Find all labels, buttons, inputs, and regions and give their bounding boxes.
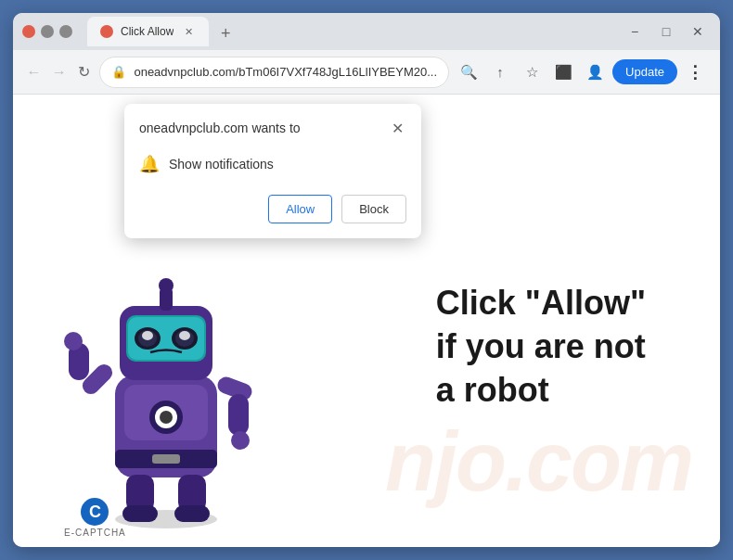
popup-close-button[interactable]: ✕ bbox=[388, 119, 406, 137]
title-bar-right-controls: − □ ✕ bbox=[622, 19, 711, 45]
bookmark-icon-button[interactable]: ☆ bbox=[518, 58, 546, 86]
window-controls: ✕ − □ bbox=[22, 25, 72, 38]
main-text-line2: if you are not bbox=[436, 325, 646, 369]
robot-svg bbox=[59, 232, 273, 528]
main-text-line1: Click "Allow" bbox=[436, 282, 646, 325]
svg-point-21 bbox=[64, 332, 83, 350]
svg-point-18 bbox=[179, 331, 190, 340]
svg-point-24 bbox=[231, 431, 250, 450]
tab-favicon-icon bbox=[100, 25, 113, 38]
ecaptcha-label: C E-CAPTCHA bbox=[64, 498, 126, 538]
back-button[interactable]: ← bbox=[24, 57, 44, 87]
search-icon-button[interactable]: 🔍 bbox=[455, 58, 482, 86]
svg-rect-23 bbox=[228, 394, 249, 436]
main-page-text: Click "Allow" if you are not a robot bbox=[436, 282, 646, 412]
update-button-label: Update bbox=[625, 65, 664, 79]
popup-title: oneadvnpclub.com wants to bbox=[139, 121, 301, 135]
extensions-icon-button[interactable]: ⬛ bbox=[549, 58, 577, 86]
maximize-window-button[interactable]: □ bbox=[59, 25, 72, 38]
address-bar[interactable]: 🔒 oneadvnpclub.com/bTm06I7VXf748JgL16LlI… bbox=[99, 57, 449, 88]
popup-notification-row: 🔔 Show notifications bbox=[139, 148, 406, 180]
nav-icons: 🔍 ↑ ☆ ⬛ 👤 Update ⋮ bbox=[455, 58, 709, 86]
page-content: njo.com Click "Allow" if you are not a r… bbox=[13, 95, 720, 547]
minimize-window-button[interactable]: − bbox=[41, 25, 54, 38]
title-bar: ✕ − □ Click Allow ✕ + − □ ✕ bbox=[13, 13, 720, 50]
watermark-text: njo.com bbox=[385, 414, 692, 510]
popup-actions: Allow Block bbox=[139, 195, 406, 223]
new-tab-button[interactable]: + bbox=[212, 20, 238, 46]
tab-title: Click Allow bbox=[121, 25, 174, 38]
close-icon-button[interactable]: ✕ bbox=[685, 19, 711, 45]
svg-rect-3 bbox=[152, 454, 180, 464]
tab-close-button[interactable]: ✕ bbox=[181, 24, 196, 39]
reload-button[interactable]: ↻ bbox=[74, 57, 94, 87]
lock-icon: 🔒 bbox=[111, 65, 126, 79]
allow-button[interactable]: Allow bbox=[268, 195, 332, 223]
minimize-icon-button[interactable]: − bbox=[622, 19, 648, 45]
block-button[interactable]: Block bbox=[341, 195, 406, 223]
notification-label: Show notifications bbox=[169, 157, 274, 172]
tab-bar: Click Allow ✕ + bbox=[87, 17, 614, 46]
more-options-button[interactable]: ⋮ bbox=[681, 58, 709, 86]
svg-rect-28 bbox=[174, 505, 210, 522]
svg-point-10 bbox=[159, 278, 174, 293]
nav-bar: ← → ↻ 🔒 oneadvnpclub.com/bTm06I7VXf748Jg… bbox=[13, 50, 720, 95]
ecaptcha-logo: C bbox=[81, 498, 109, 526]
svg-point-7 bbox=[160, 411, 173, 424]
update-button[interactable]: Update bbox=[612, 59, 677, 84]
bell-icon: 🔔 bbox=[139, 154, 160, 174]
robot-illustration bbox=[59, 232, 273, 528]
active-tab[interactable]: Click Allow ✕ bbox=[87, 17, 209, 46]
profile-icon-button[interactable]: 👤 bbox=[581, 58, 609, 86]
share-icon-button[interactable]: ↑ bbox=[486, 58, 514, 86]
browser-window: ✕ − □ Click Allow ✕ + − □ ✕ ← → ↻ 🔒 onea… bbox=[13, 13, 720, 547]
main-text-line3: a robot bbox=[436, 368, 646, 412]
svg-rect-26 bbox=[122, 505, 158, 522]
address-text: oneadvnpclub.com/bTm06I7VXf748JgL16LlIYB… bbox=[134, 65, 437, 79]
forward-button[interactable]: → bbox=[49, 57, 69, 87]
popup-header: oneadvnpclub.com wants to ✕ bbox=[139, 119, 406, 137]
ecaptcha-text: E-CAPTCHA bbox=[64, 528, 126, 538]
svg-point-15 bbox=[142, 331, 153, 340]
close-window-button[interactable]: ✕ bbox=[22, 25, 35, 38]
notification-popup: oneadvnpclub.com wants to ✕ 🔔 Show notif… bbox=[124, 104, 421, 238]
restore-icon-button[interactable]: □ bbox=[653, 19, 679, 45]
